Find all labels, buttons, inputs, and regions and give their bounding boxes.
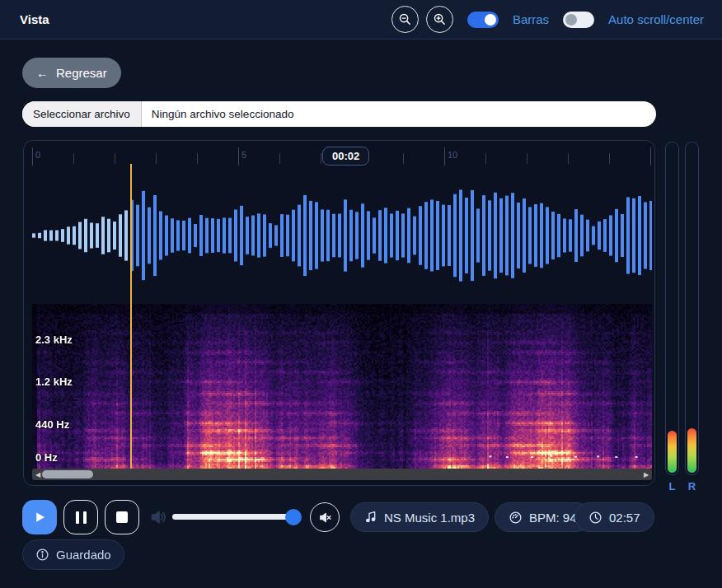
barras-toggle-label: Barras	[513, 12, 549, 26]
current-time-badge: 00:02	[322, 147, 369, 166]
mute-button[interactable]	[310, 502, 340, 532]
freq-label-2-3khz: 2.3 kHz	[35, 334, 73, 346]
timeline-tick	[485, 153, 486, 164]
timeline-tick	[527, 153, 527, 164]
freq-label-440hz: 440 Hz	[35, 418, 69, 431]
zoom-in-button[interactable]	[426, 6, 453, 33]
duration-label: 02:57	[609, 511, 640, 525]
clock-icon	[588, 511, 602, 525]
auto-scroll-toggle-label: Auto scroll/center	[608, 12, 704, 26]
meter-label-left: L	[665, 480, 679, 492]
stop-icon	[116, 511, 128, 523]
stop-button[interactable]	[105, 500, 139, 534]
playhead-line	[130, 164, 132, 469]
muted-speaker-icon	[318, 511, 332, 525]
toggle-knob	[485, 14, 496, 26]
pause-button[interactable]	[63, 500, 98, 534]
level-meter-left-fill	[668, 431, 677, 473]
file-input[interactable]: Seleccionar archivo Ningún archivo selec…	[22, 101, 656, 127]
toggle-knob	[565, 14, 577, 26]
zoom-out-button[interactable]	[391, 6, 419, 33]
back-button[interactable]: ← Regresar	[22, 58, 121, 88]
status-badge: Guardado	[22, 539, 124, 570]
horizontal-scrollbar[interactable]: ◀ ▶	[32, 469, 652, 480]
volume-slider-track[interactable]	[172, 514, 293, 520]
auto-scroll-toggle[interactable]	[563, 12, 594, 28]
timeline-tick	[568, 153, 569, 164]
back-arrow-icon: ←	[36, 66, 49, 80]
timeline-tick	[444, 147, 445, 166]
speaker-icon	[149, 508, 167, 526]
info-icon	[35, 548, 49, 562]
level-meter-right	[685, 142, 699, 475]
timeline-tick	[197, 153, 198, 164]
zoom-out-icon	[398, 12, 412, 26]
barras-toggle[interactable]	[467, 12, 499, 28]
duration-badge: 02:57	[574, 502, 654, 532]
file-status-text: Ningún archivo seleccionado	[142, 108, 294, 120]
file-select-button[interactable]: Seleccionar archivo	[22, 101, 142, 127]
freq-label-1-2khz: 1.2 kHz	[35, 376, 73, 388]
timeline-tick	[279, 153, 280, 164]
visualization-panel: 0510 00:02 2.3 kHz 1.2 kHz 440 Hz 0 Hz ◀…	[23, 140, 655, 486]
level-meter-left	[665, 142, 679, 475]
timeline-tick	[650, 147, 651, 166]
timeline-tick	[238, 147, 239, 166]
play-icon	[32, 510, 47, 525]
timeline-tick	[115, 153, 115, 164]
page-title: Vista	[20, 12, 49, 26]
header-bar: Vista Barras Auto scroll/center	[0, 0, 722, 40]
bpm-label: BPM: 94	[529, 511, 577, 525]
timeline-tick	[73, 153, 74, 164]
timeline-tick	[32, 147, 33, 166]
audio-visualizer-app: Vista Barras Auto scroll/center ← Regres…	[0, 0, 722, 588]
spectrogram-canvas[interactable]	[32, 304, 652, 469]
zoom-in-icon	[433, 12, 447, 26]
meter-label-right: R	[685, 480, 699, 492]
timeline-tick-label: 5	[241, 150, 246, 160]
play-button[interactable]	[22, 500, 57, 534]
bpm-gauge-icon	[509, 511, 523, 525]
freq-label-0hz: 0 Hz	[35, 451, 58, 464]
scroll-right-arrow[interactable]: ▶	[640, 469, 652, 480]
waveform-canvas[interactable]	[32, 167, 652, 304]
pause-icon	[76, 511, 87, 524]
level-meter-right-fill	[687, 428, 696, 473]
timeline-tick-label: 0	[35, 150, 40, 160]
track-name-label: NS Music 1.mp3	[384, 511, 475, 525]
timeline-tick	[609, 153, 610, 164]
scrollbar-thumb[interactable]	[42, 470, 93, 478]
timeline-tick	[403, 153, 404, 164]
track-name-badge: NS Music 1.mp3	[350, 502, 489, 532]
timeline-tick	[156, 153, 157, 164]
timeline-tick-label: 10	[448, 150, 457, 160]
music-note-icon	[364, 511, 377, 524]
volume-slider-thumb[interactable]	[285, 509, 302, 525]
back-button-label: Regresar	[56, 66, 107, 80]
timeline-tick	[321, 153, 321, 164]
status-label: Guardado	[56, 548, 111, 562]
header-controls: Barras Auto scroll/center	[391, 6, 704, 33]
